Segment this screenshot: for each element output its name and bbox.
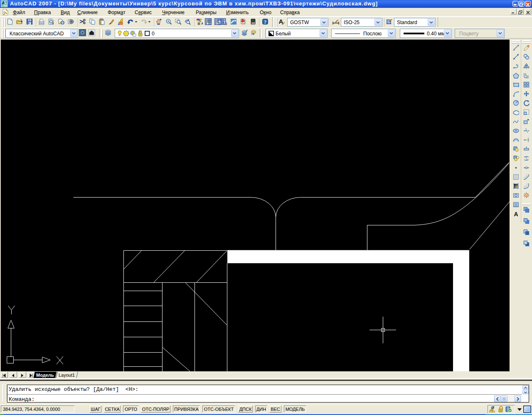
svg-text:A: A (201, 22, 203, 25)
svg-text:A: A (514, 211, 518, 217)
svg-text:?: ? (264, 19, 266, 25)
